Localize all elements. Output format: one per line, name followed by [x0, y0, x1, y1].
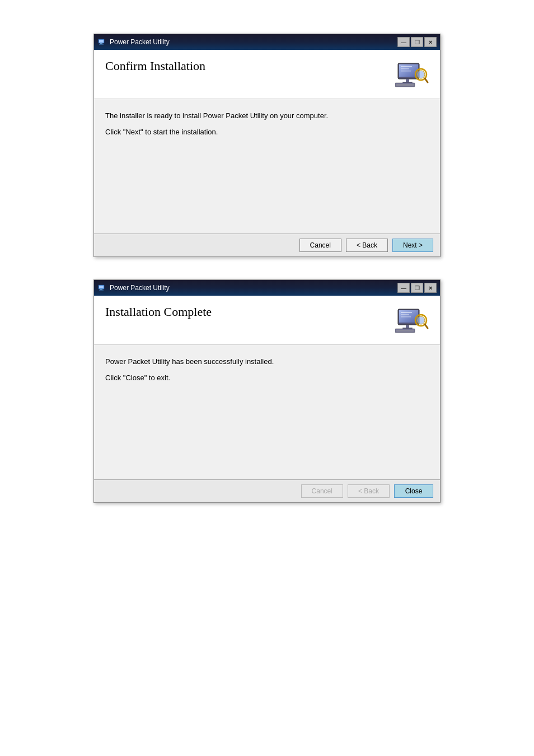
svg-rect-3 — [99, 44, 104, 45]
svg-rect-25 — [401, 312, 412, 313]
close-button-2[interactable]: Close — [394, 484, 433, 498]
titlebar-controls-2: — ❐ ✕ — [397, 283, 437, 293]
titlebar-title-2: Power Packet Utility — [110, 284, 170, 292]
svg-line-34 — [425, 324, 428, 328]
back-button-2: < Back — [348, 484, 390, 498]
svg-rect-31 — [396, 330, 414, 332]
close-window-button-2[interactable]: ✕ — [424, 283, 437, 293]
svg-rect-26 — [401, 314, 409, 315]
svg-line-16 — [425, 78, 428, 82]
header-section-1: Confirm Installation — [94, 50, 440, 99]
restore-button-2[interactable]: ❐ — [411, 283, 423, 293]
footer-section-2: Cancel < Back Close — [94, 479, 440, 502]
svg-rect-2 — [100, 43, 102, 44]
svg-rect-10 — [406, 79, 409, 82]
restore-button-1[interactable]: ❐ — [411, 37, 423, 47]
dialog-title-1: Confirm Installation — [105, 59, 205, 73]
svg-rect-7 — [401, 66, 412, 67]
titlebar-1: Power Packet Utility — ❐ ✕ — [94, 34, 440, 50]
svg-rect-13 — [396, 84, 414, 86]
header-section-2: Installation Complete — [94, 296, 440, 345]
content-section-1: The installer is ready to install Power … — [94, 99, 440, 234]
svg-rect-28 — [406, 325, 409, 328]
app-icon-2 — [97, 283, 106, 292]
svg-rect-1 — [99, 40, 104, 43]
svg-rect-9 — [401, 71, 411, 72]
confirm-installation-window: Power Packet Utility — ❐ ✕ Confirm Insta… — [93, 34, 441, 257]
svg-rect-8 — [401, 68, 409, 69]
cancel-button-2: Cancel — [301, 484, 343, 498]
svg-rect-19 — [99, 286, 104, 288]
footer-section-1: Cancel < Back Next > — [94, 234, 440, 256]
close-window-button-1[interactable]: ✕ — [424, 37, 437, 47]
svg-point-35 — [418, 317, 425, 324]
back-button-1[interactable]: < Back — [346, 239, 388, 252]
content-line2-2: Click "Close" to exit. — [105, 372, 429, 384]
titlebar-2: Power Packet Utility — ❐ ✕ — [94, 280, 440, 296]
content-line1-2: Power Packet Utility has been successful… — [105, 356, 429, 368]
app-icon-1 — [97, 38, 106, 46]
minimize-button-1[interactable]: — — [397, 37, 410, 47]
titlebar-title-1: Power Packet Utility — [110, 38, 170, 46]
window-body-1: Confirm Installation — [94, 50, 440, 256]
installation-complete-window: Power Packet Utility — ❐ ✕ Installation … — [93, 279, 441, 503]
titlebar-controls-1: — ❐ ✕ — [397, 37, 437, 47]
svg-rect-21 — [99, 290, 104, 291]
svg-rect-11 — [402, 82, 413, 83]
titlebar-left-1: Power Packet Utility — [97, 38, 170, 46]
content-line1-1: The installer is ready to install Power … — [105, 110, 429, 122]
svg-point-17 — [418, 71, 425, 78]
content-section-2: Power Packet Utility has been successful… — [94, 345, 440, 479]
header-icon-1 — [395, 59, 429, 90]
svg-rect-20 — [100, 289, 102, 290]
svg-rect-27 — [401, 316, 411, 318]
content-line2-1: Click "Next" to start the installation. — [105, 127, 429, 138]
minimize-button-2[interactable]: — — [397, 283, 410, 293]
window-body-2: Installation Complete — [94, 296, 440, 502]
next-button-1[interactable]: Next > — [392, 239, 433, 252]
svg-rect-29 — [402, 328, 413, 329]
header-icon-2 — [395, 305, 429, 335]
dialog-title-2: Installation Complete — [105, 305, 212, 319]
titlebar-left-2: Power Packet Utility — [97, 283, 170, 292]
cancel-button-1[interactable]: Cancel — [299, 239, 341, 252]
